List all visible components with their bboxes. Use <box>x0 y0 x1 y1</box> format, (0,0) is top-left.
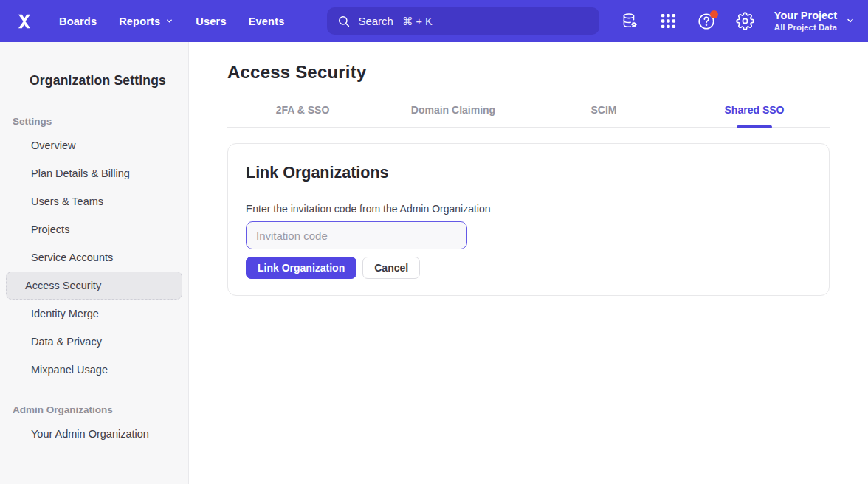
cancel-button[interactable]: Cancel <box>362 257 420 279</box>
link-organizations-card: Link Organizations Enter the invitation … <box>227 143 830 296</box>
nav-reports[interactable]: Reports <box>119 15 173 27</box>
settings-gear-icon[interactable] <box>735 11 755 31</box>
card-title: Link Organizations <box>246 164 811 182</box>
sidebar-item-data-privacy[interactable]: Data & Privacy <box>6 328 182 356</box>
page: Boards Reports Users Events Search ⌘ + K <box>0 0 868 484</box>
topbar-icons <box>620 11 755 31</box>
project-selector[interactable]: Your Project All Project Data <box>774 9 855 33</box>
top-navigation: Boards Reports Users Events <box>59 15 284 27</box>
search-shortcut: ⌘ + K <box>402 15 433 27</box>
search-placeholder: Search <box>358 15 393 27</box>
nav-reports-label: Reports <box>119 15 160 27</box>
sidebar-item-identity-merge[interactable]: Identity Merge <box>6 300 182 328</box>
sidebar-item-plan-details-billing[interactable]: Plan Details & Billing <box>6 159 182 187</box>
chevron-down-icon <box>846 15 855 28</box>
button-row: Link Organization Cancel <box>246 257 811 279</box>
notification-dot <box>710 10 718 18</box>
tab-2fa-sso[interactable]: 2FA & SSO <box>227 104 378 127</box>
sidebar-section-admin-organizations: Admin Organizations <box>0 404 188 415</box>
chevron-down-icon <box>165 15 173 27</box>
project-dataset: All Project Data <box>774 22 837 32</box>
search-icon <box>337 15 351 28</box>
apps-grid-icon[interactable] <box>658 11 678 31</box>
data-settings-icon[interactable] <box>620 11 640 31</box>
nav-boards[interactable]: Boards <box>59 15 97 27</box>
body: Organization Settings Settings Overview … <box>0 42 868 484</box>
sidebar-item-users-teams[interactable]: Users & Teams <box>6 187 182 215</box>
invitation-code-label: Enter the invitation code from the Admin… <box>246 203 811 215</box>
sidebar-item-mixpanel-usage[interactable]: Mixpanel Usage <box>6 356 182 384</box>
main-content: Access Security 2FA & SSO Domain Claimin… <box>189 42 868 484</box>
sidebar-section-settings: Settings <box>0 116 188 127</box>
tab-domain-claiming[interactable]: Domain Claiming <box>378 104 528 127</box>
sidebar-item-projects[interactable]: Projects <box>6 215 182 243</box>
mixpanel-logo-icon[interactable] <box>15 12 34 31</box>
invitation-code-input[interactable] <box>246 221 467 249</box>
project-name: Your Project <box>774 9 837 22</box>
sidebar-item-overview[interactable]: Overview <box>6 131 182 159</box>
sidebar-title: Organization Settings <box>0 73 188 89</box>
nav-users[interactable]: Users <box>196 15 226 27</box>
search-input[interactable]: Search ⌘ + K <box>327 7 599 35</box>
help-icon[interactable] <box>697 11 717 31</box>
sidebar-item-access-security[interactable]: Access Security <box>6 272 182 300</box>
nav-events[interactable]: Events <box>249 15 285 27</box>
page-title: Access Security <box>227 62 830 83</box>
link-organization-button[interactable]: Link Organization <box>246 257 356 279</box>
topbar: Boards Reports Users Events Search ⌘ + K <box>0 0 868 42</box>
sidebar-item-service-accounts[interactable]: Service Accounts <box>6 243 182 272</box>
tab-bar: 2FA & SSO Domain Claiming SCIM Shared SS… <box>227 104 830 128</box>
tab-scim[interactable]: SCIM <box>528 104 679 127</box>
tab-shared-sso[interactable]: Shared SSO <box>679 104 830 127</box>
sidebar-item-your-admin-organization[interactable]: Your Admin Organization <box>6 420 182 448</box>
sidebar: Organization Settings Settings Overview … <box>0 42 189 484</box>
